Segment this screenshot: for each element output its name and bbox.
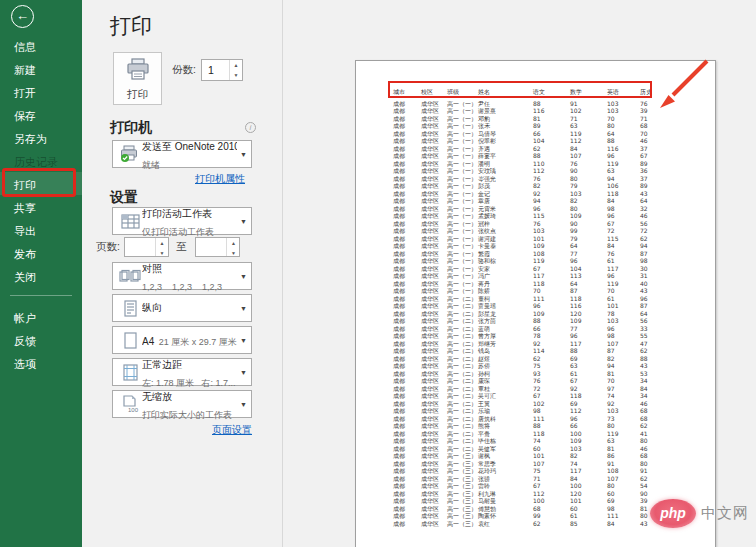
print-button[interactable]: 打印 (113, 52, 162, 105)
sidebar-item-history: 历史记录 (0, 149, 82, 172)
scaling-dropdown[interactable]: 100 无缩放 打印实际大小的工作表 ▼ (112, 390, 252, 418)
sidebar-item-feedback[interactable]: 反馈 (0, 328, 82, 351)
margins-title: 正常边距 (142, 359, 182, 370)
sidebar-nav: 信息新建打开保存另存为历史记录打印共享导出发布关闭帐户反馈选项 (0, 34, 82, 374)
collation-title: 对照 (142, 263, 162, 274)
sidebar-item-new[interactable]: 新建 (0, 57, 82, 80)
chevron-down-icon: ▼ (237, 151, 247, 158)
backstage-sidebar: ← 信息新建打开保存另存为历史记录打印共享导出发布关闭帐户反馈选项 (0, 0, 82, 547)
table-row: 成都成华区高一（二）吴健军601038146 (393, 445, 715, 453)
printer-status: 就绪 (142, 160, 160, 170)
table-row: 成都成华区高一（三）雷聆671008054 (393, 482, 715, 490)
page-setup-link[interactable]: 页面设置 (212, 423, 252, 437)
table-row: 成都成华区高一（一）潘明1107611989 (393, 160, 715, 168)
chevron-down-icon: ▼ (237, 337, 247, 344)
table-row: 成都成华区高一（三）张骄718410762 (393, 475, 715, 483)
back-arrow-button[interactable]: ← (11, 5, 34, 28)
sidebar-item-save[interactable]: 保存 (0, 103, 82, 126)
sidebar-item-print[interactable]: 打印 (0, 172, 82, 195)
table-row: 成都成华区高一（二）唐筑科111967368 (393, 415, 715, 423)
chevron-down-icon: ▼ (237, 401, 247, 408)
table-row: 成都成华区高一（一）孟媛琦1151099646 (393, 212, 715, 220)
sidebar-item-publish[interactable]: 发布 (0, 241, 82, 264)
table-row: 成都成华区高一（一）齐遇628411637 (393, 145, 715, 153)
table-row: 成都成华区高一（一）蒋丹1186411940 (393, 280, 715, 288)
table-row: 成都成华区高一（一）岑强光76809437 (393, 175, 715, 183)
orientation-dropdown[interactable]: 纵向 ▼ (112, 294, 252, 322)
sidebar-divider (10, 295, 72, 296)
pages-label: 页数: (96, 240, 120, 254)
table-row: 成都成华区高一（二）贾曼瑶9611610187 (393, 302, 715, 310)
collate-icon (118, 268, 142, 284)
table-row: 成都成华区高一（二）曾方厚78969855 (393, 332, 715, 340)
sidebar-item-share[interactable]: 共享 (0, 195, 82, 218)
table-row: 成都成华区高一（一）冠梓76906756 (393, 220, 715, 228)
table-row: 成都成华区高一（二）赵煜62698288 (393, 355, 715, 363)
table-row: 成都成华区高一（二）王翼102699246 (393, 400, 715, 408)
table-row: 成都成华区高一（二）覃桂72929784 (393, 385, 715, 393)
table-row: 成都成华区高一（一）卡曼泰109648494 (393, 242, 715, 250)
sidebar-item-info[interactable]: 信息 (0, 34, 82, 57)
table-row: 成都成华区高一（一）薛宴平881079667 (393, 152, 715, 160)
paper-size-subtitle: 21 厘米 x 29.7 厘米 (159, 337, 237, 347)
copies-stepper[interactable]: 1 ▲▼ (201, 59, 243, 81)
printer-icon (125, 68, 151, 85)
printer-properties-link[interactable]: 打印机属性 (195, 172, 245, 186)
watermark-text: 中文网 (701, 504, 749, 523)
scaling-icon: 100 (118, 395, 142, 413)
table-body: 成都成华区高一（一）尹任889110376成都成华区高一（一）谢景熹116102… (393, 100, 715, 528)
settings-section-header: 设置 (110, 189, 138, 207)
table-row: 成都成华区高一（一）谢河建1017911562 (393, 235, 715, 243)
pages-to-spin-buttons[interactable]: ▲▼ (226, 238, 239, 256)
table-row: 成都成华区高一（一）张纹点103997272 (393, 227, 715, 235)
excel-print-backstage: ← 信息新建打开保存另存为历史记录打印共享导出发布关闭帐户反馈选项 打印 打印 … (0, 0, 756, 547)
table-row: 成都成华区高一（一）骆和棕119966198 (393, 257, 715, 265)
pages-to-stepper[interactable]: ▲▼ (195, 237, 240, 257)
printer-ready-icon (118, 145, 142, 163)
table-row: 成都成华区高一（一）元霄米96809832 (393, 205, 715, 213)
table-row: 成都成华区高一（一）金记9210311843 (393, 190, 715, 198)
copies-spin-buttons[interactable]: ▲▼ (229, 60, 242, 80)
table-row: 成都成华区高一（二）吴可汇671187434 (393, 392, 715, 400)
table-row: 成都成华区高一（二）乐瑜9811210368 (393, 407, 715, 415)
print-preview-area: 城市校区班级姓名语文数学英语历史 成都成华区高一（一）尹任889110376成都… (283, 0, 756, 547)
sidebar-item-account[interactable]: 帐户 (0, 305, 82, 328)
sidebar-item-open[interactable]: 打开 (0, 80, 82, 103)
print-settings-panel: 打印 打印 份数: 1 ▲▼ 打印机 i (82, 0, 283, 547)
scaling-title: 无缩放 (142, 391, 172, 402)
table-row: 成都成华区高一（二）苏侨75639443 (393, 362, 715, 370)
php-cn-watermark: php 中文网 (650, 494, 756, 532)
table-row: 成都成华区高一（三）谢枫101828668 (393, 452, 715, 460)
print-what-dropdown[interactable]: 打印活动工作表 仅打印活动工作表 ▼ (112, 207, 252, 235)
pages-to-label: 至 (176, 240, 187, 254)
page-title: 打印 (110, 12, 152, 40)
table-row: 成都成华区高一（一）陈娇70877043 (393, 287, 715, 295)
table-row: 成都成华区高一（一）彭茂827910689 (393, 182, 715, 190)
margins-dropdown[interactable]: 正常边距 左: 1.78 厘米 右: 1.7... ▼ (112, 358, 252, 386)
table-row: 成都成华区高一（一）安家6710411730 (393, 265, 715, 273)
table-row: 成都成华区高一（二）蓝萌66779633 (393, 325, 715, 333)
svg-text:100: 100 (128, 407, 139, 413)
table-row: 成都成华区高一（一）章唐94828464 (393, 197, 715, 205)
table-row: 成都成华区高一（一）冯广1171139631 (393, 272, 715, 280)
collation-dropdown[interactable]: 对照 1,2,3 1,2,3 1,2,3 ▼ (112, 262, 252, 290)
sidebar-item-options[interactable]: 选项 (0, 351, 82, 374)
table-row: 成都成华区高一（二）孙柯93618153 (393, 370, 715, 378)
print-highlight-annotation (2, 168, 76, 197)
paper-size-icon (118, 332, 142, 349)
sheet-icon (118, 214, 142, 229)
margins-icon (118, 364, 142, 381)
printer-selector-dropdown[interactable]: 发送至 OneNote 2010 就绪 ▼ (112, 140, 252, 168)
sidebar-item-save-as[interactable]: 另存为 (0, 126, 82, 149)
table-row: 成都成华区高一（二）郑继芳9211710747 (393, 340, 715, 348)
sidebar-item-close[interactable]: 关闭 (0, 264, 82, 287)
printer-info-icon[interactable]: i (245, 122, 256, 133)
pages-from-stepper[interactable]: ▲▼ (124, 237, 169, 257)
table-row: 成都成华区高一（二）毕佳栋741096380 (393, 437, 715, 445)
pages-from-spin-buttons[interactable]: ▲▼ (155, 238, 168, 256)
paper-size-dropdown[interactable]: A4 21 厘米 x 29.7 厘米 ▼ (112, 326, 252, 354)
sidebar-item-export[interactable]: 导出 (0, 218, 82, 241)
table-row: 成都成华区高一（三）花玲玛7511710891 (393, 467, 715, 475)
print-what-title: 打印活动工作表 (142, 208, 212, 219)
php-logo: php (650, 499, 696, 528)
